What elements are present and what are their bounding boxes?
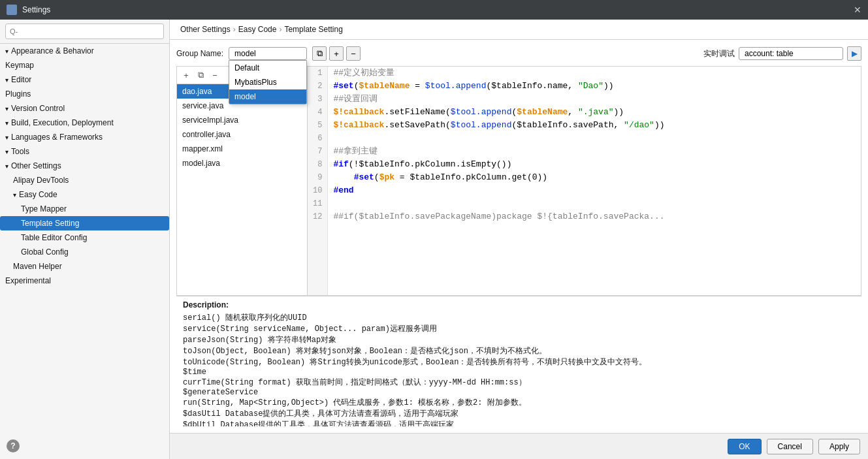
sidebar-item-template-setting[interactable]: Template Setting [0,216,169,230]
file-copy-button[interactable]: ⧉ [194,69,207,82]
description-label: Description: [183,300,855,309]
sidebar-item-easy-code[interactable]: ▾Easy Code [0,187,169,202]
dropdown-item-model[interactable]: model [229,89,306,104]
line-number: 1 [313,67,322,80]
description-line: currTime(String format) 获取当前时间，指定时间格式（默认… [183,377,855,388]
line-number: 10 [313,184,322,197]
line-number: 9 [313,171,322,184]
code-line[interactable]: #if(!$tableInfo.pkColumn.isEmpty()) [333,158,856,171]
dropdown-item-default[interactable]: Default [229,61,306,75]
code-content[interactable]: ##定义初始变量#set($tableName = $tool.append($… [328,67,861,295]
sidebar-item-languages[interactable]: ▾Languages & Frameworks [0,130,169,144]
line-number: 2 [313,80,322,93]
line-number: 6 [313,132,322,145]
code-line[interactable]: ##定义初始变量 [333,67,856,80]
sidebar-item-version-control[interactable]: ▾Version Control [0,101,169,116]
sidebar-item-tools[interactable]: ▾Tools [0,144,169,159]
cancel-button[interactable]: Cancel [767,439,813,454]
sidebar-item-other-settings[interactable]: ▾Other Settings [0,159,169,173]
line-number: 4 [313,106,322,119]
dropdown-item-mybatisplus[interactable]: MybatisPlus [229,75,306,89]
remove-button[interactable]: − [346,46,361,61]
code-line[interactable]: #set($tableName = $tool.append($tableInf… [333,80,856,93]
chevron-icon: ▾ [5,148,8,155]
sidebar-item-alipay[interactable]: Alipay DevTools [0,173,169,187]
group-name-label: Group Name: [176,49,223,58]
file-item-model-java[interactable]: model.java [177,156,307,170]
line-number: 7 [313,145,322,158]
sidebar-item-label: Version Control [11,104,65,113]
description-panel: Description: serial() 随机获取序列化的UUIDservic… [176,296,861,426]
group-name-dropdown-wrapper: DefaultMybatisPlusmodel DefaultMybatisPl… [229,47,307,60]
file-remove-button[interactable]: − [208,69,221,82]
breadcrumb-part: Other Settings [180,25,231,34]
sidebar-item-appearance[interactable]: ▾Appearance & Behavior [0,44,169,58]
sidebar-item-label: Languages & Frameworks [11,133,103,142]
add-button[interactable]: + [329,46,344,61]
run-button[interactable]: ▶ [847,46,861,61]
sidebar-item-editor[interactable]: ▾Editor [0,72,169,87]
copy-button[interactable]: ⧉ [312,46,327,61]
sidebar-item-experimental[interactable]: Experimental [0,274,169,288]
realtime-label: 实时调试 [703,48,735,59]
sidebar-item-keymap[interactable]: Keymap [0,58,169,72]
sidebar-item-label: Experimental [5,276,51,285]
line-number: 5 [313,119,322,132]
code-editor[interactable]: 123456789101112 ##定义初始变量#set($tableName … [308,67,861,295]
code-line[interactable]: $!callback.setSavePath($tool.append($tab… [333,119,856,132]
ok-button[interactable]: OK [728,439,761,454]
description-line: toUnicode(String, Boolean) 将String转换为uni… [183,356,855,368]
code-line[interactable]: #set($pk = $tableInfo.pkColumn.get(0)) [333,171,856,184]
code-line[interactable]: #end [333,184,856,197]
title-bar: Settings ✕ [0,0,868,20]
sidebar-item-global-config[interactable]: Global Config [0,245,169,259]
code-line[interactable] [333,132,856,145]
description-line: $time [183,368,855,377]
code-line[interactable]: ##if($tableInfo.savePackageName)package … [333,210,856,223]
group-name-dropdown: DefaultMybatisPlusmodel [229,60,307,104]
sidebar-item-label: Easy Code [19,190,57,199]
file-toolbar: ⧉ + − [312,46,361,61]
group-name-select[interactable]: DefaultMybatisPlusmodel [229,47,307,60]
realtime-select[interactable]: account: table [739,47,843,60]
breadcrumb-separator: › [279,25,281,34]
app-icon [7,5,17,15]
sidebar-item-label: Alipay DevTools [13,176,69,185]
code-line[interactable]: $!callback.setFileName($tool.append($tab… [333,106,856,119]
sidebar-item-build[interactable]: ▾Build, Execution, Deployment [0,116,169,130]
help-button[interactable]: ? [7,439,20,452]
description-line: $dbUtil Database提供的工具类，具体可方法请查看源码，适用于高端玩… [183,419,855,426]
breadcrumb: Other Settings›Easy Code›Template Settin… [170,20,868,40]
line-numbers: 123456789101112 [308,67,328,295]
code-line[interactable]: ##设置回调 [333,93,856,106]
file-list: dao.javaservice.javaserviceImpl.javacont… [177,84,307,295]
file-item-controller-java[interactable]: controller.java [177,127,307,142]
realtime-debug: 实时调试 account: table ▶ [703,46,861,61]
sidebar-item-label: Build, Execution, Deployment [11,118,114,127]
file-item-serviceImpl-java[interactable]: serviceImpl.java [177,113,307,127]
close-button[interactable]: ✕ [854,5,861,15]
breadcrumb-separator: › [233,25,236,34]
sidebar-item-table-editor[interactable]: Table Editor Config [0,230,169,245]
main-panel: Other Settings›Easy Code›Template Settin… [170,20,868,459]
file-add-button[interactable]: + [180,69,193,82]
sidebar-item-type-mapper[interactable]: Type Mapper [0,202,169,216]
description-line: serial() 随机获取序列化的UUID [183,312,855,323]
sidebar-item-plugins[interactable]: Plugins [0,87,169,101]
description-line: $generateService [183,388,855,397]
sidebar-item-label: Template Setting [21,219,79,228]
breadcrumb-part: Easy Code [238,25,277,34]
sidebar-item-maven-helper[interactable]: Maven Helper [0,259,169,274]
code-line[interactable] [333,197,856,210]
bottom-bar: OK Cancel Apply [170,433,868,459]
chevron-icon: ▾ [13,191,16,198]
description-line: $dasUtil Database提供的工具类，具体可方法请查看源码，适用于高端… [183,408,855,419]
search-input[interactable] [5,24,164,39]
sidebar-item-label: Editor [11,75,31,84]
content-area: Group Name: DefaultMybatisPlusmodel Defa… [170,40,868,433]
description-line: parseJson(String) 将字符串转Map对象 [183,334,855,345]
apply-button[interactable]: Apply [818,439,860,454]
sidebar-item-label: Plugins [5,89,31,99]
file-item-mapper-xml[interactable]: mapper.xml [177,142,307,156]
code-line[interactable]: ##拿到主键 [333,145,856,158]
